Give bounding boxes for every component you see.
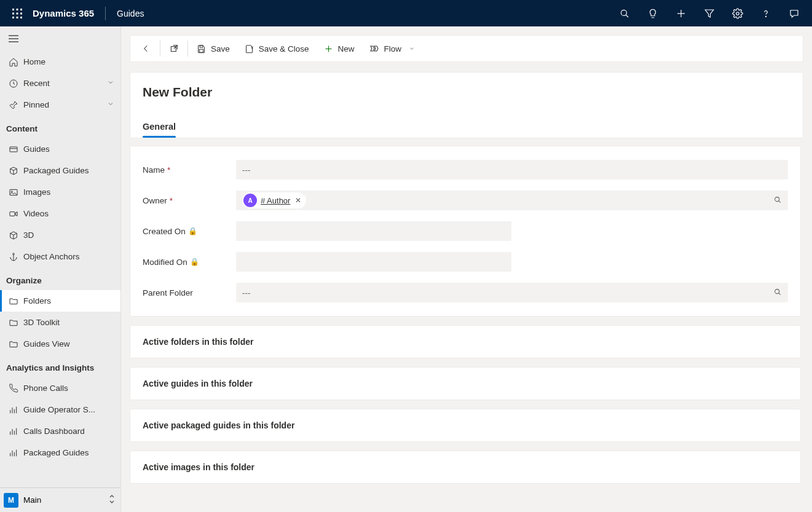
owner-label: Owner * xyxy=(143,196,236,205)
tab-general[interactable]: General xyxy=(143,117,176,138)
nav-label: Home xyxy=(23,57,114,66)
nav-home[interactable]: Home xyxy=(0,51,120,73)
new-label: New xyxy=(338,44,355,53)
search-icon[interactable] xyxy=(773,288,782,298)
svg-point-15 xyxy=(765,16,766,17)
nav-phone-calls[interactable]: Phone Calls xyxy=(0,377,120,399)
card-icon xyxy=(9,144,23,154)
nav-section-organize: Organize xyxy=(0,267,120,290)
search-icon[interactable] xyxy=(610,0,639,26)
svg-rect-8 xyxy=(20,17,22,18)
nav-label: Packaged Guides xyxy=(23,166,114,175)
modified-on-field xyxy=(236,252,511,272)
svg-marker-25 xyxy=(15,211,17,216)
nav-label: Phone Calls xyxy=(23,384,114,393)
phone-icon xyxy=(9,384,23,393)
command-bar: Save Save & Close New Flow xyxy=(130,35,803,62)
video-icon xyxy=(9,209,23,219)
nav-label: Videos xyxy=(23,209,114,218)
nav-guides-view[interactable]: Guides View xyxy=(0,333,120,355)
form-body[interactable]: Name * --- Owner * A # Author ✕ xyxy=(130,146,803,512)
nav-3d[interactable]: 3D xyxy=(0,224,120,246)
flow-button[interactable]: Flow xyxy=(362,36,423,61)
top-bar: Dynamics 365 Guides xyxy=(0,0,812,26)
svg-rect-3 xyxy=(12,12,14,14)
open-new-window-button[interactable] xyxy=(162,36,186,61)
up-down-icon xyxy=(108,494,116,506)
lock-icon: 🔒 xyxy=(190,258,199,266)
chart-icon xyxy=(9,448,23,458)
nav-folders[interactable]: Folders xyxy=(0,290,120,312)
svg-point-14 xyxy=(736,12,739,15)
nav-videos[interactable]: Videos xyxy=(0,203,120,224)
created-on-field xyxy=(236,221,511,241)
nav-label: Packaged Guides xyxy=(23,448,114,457)
nav-calls-dashboard[interactable]: Calls Dashboard xyxy=(0,420,120,442)
package-icon xyxy=(9,166,23,176)
nav-guide-operator-sessions[interactable]: Guide Operator S... xyxy=(0,399,120,420)
area-badge: M xyxy=(4,493,18,508)
parent-folder-field[interactable]: --- xyxy=(236,283,788,302)
active-folders-section: Active folders in this folder xyxy=(130,325,801,358)
nav-packaged-guides-analytics[interactable]: Packaged Guides xyxy=(0,442,120,463)
settings-icon[interactable] xyxy=(723,0,752,26)
nav-packaged-guides[interactable]: Packaged Guides xyxy=(0,160,120,181)
svg-point-48 xyxy=(775,197,779,201)
nav-section-analytics: Analytics and Insights xyxy=(0,355,120,377)
nav-pinned[interactable]: Pinned xyxy=(0,94,120,116)
svg-rect-2 xyxy=(20,9,22,10)
nav-collapse-button[interactable] xyxy=(0,26,120,51)
svg-rect-5 xyxy=(20,12,22,14)
save-button[interactable]: Save xyxy=(189,36,237,61)
left-nav: Home Recent Pinned Content Guides Packag… xyxy=(0,26,121,512)
flow-label: Flow xyxy=(384,44,402,53)
svg-marker-13 xyxy=(705,10,714,17)
svg-point-9 xyxy=(621,10,626,15)
chevron-down-icon xyxy=(107,100,114,109)
chat-icon[interactable] xyxy=(780,0,808,26)
product-name: Dynamics 365 xyxy=(33,8,94,18)
nav-label: Pinned xyxy=(23,100,107,109)
nav-label: Guides View xyxy=(23,339,114,349)
cube-icon xyxy=(9,230,23,240)
folder-icon xyxy=(9,339,23,349)
nav-images[interactable]: Images xyxy=(0,181,120,203)
nav-section-content: Content xyxy=(0,116,120,138)
save-close-button[interactable]: Save & Close xyxy=(237,36,317,61)
owner-name[interactable]: # Author xyxy=(261,196,290,205)
page-title: New Folder xyxy=(143,85,790,100)
new-button[interactable]: New xyxy=(317,36,362,61)
svg-rect-7 xyxy=(16,17,18,18)
svg-rect-4 xyxy=(16,12,18,14)
app-launcher-icon[interactable] xyxy=(4,0,30,26)
area-switcher[interactable]: M Main xyxy=(0,487,120,512)
nav-label: Recent xyxy=(23,79,107,88)
nav-label: Folders xyxy=(23,296,114,305)
nav-3d-toolkit[interactable]: 3D Toolkit xyxy=(0,312,120,333)
nav-guides[interactable]: Guides xyxy=(0,138,120,160)
remove-icon[interactable]: ✕ xyxy=(294,196,302,205)
search-icon[interactable] xyxy=(773,195,782,206)
form-header: New Folder General xyxy=(130,72,803,138)
add-icon[interactable] xyxy=(667,0,695,26)
nav-label: Guide Operator S... xyxy=(23,405,114,414)
divider xyxy=(105,7,106,20)
name-field[interactable]: --- xyxy=(236,160,788,179)
svg-rect-42 xyxy=(200,45,203,47)
help-icon[interactable] xyxy=(752,0,780,26)
active-packaged-section: Active packaged guides in this folder xyxy=(130,409,801,442)
modified-on-label: Modified On 🔒 xyxy=(143,258,236,267)
filter-icon[interactable] xyxy=(695,0,723,26)
app-name[interactable]: Guides xyxy=(117,9,144,18)
assistant-icon[interactable] xyxy=(639,0,667,26)
svg-line-10 xyxy=(626,15,628,17)
pin-icon xyxy=(9,100,23,110)
chevron-down-icon xyxy=(409,45,415,52)
back-button[interactable] xyxy=(134,36,159,61)
nav-object-anchors[interactable]: Object Anchors xyxy=(0,246,120,267)
nav-recent[interactable]: Recent xyxy=(0,73,120,94)
image-icon xyxy=(9,187,23,197)
owner-field[interactable]: A # Author ✕ xyxy=(236,191,788,210)
owner-chip[interactable]: A # Author ✕ xyxy=(242,192,306,208)
chart-icon xyxy=(9,427,23,436)
